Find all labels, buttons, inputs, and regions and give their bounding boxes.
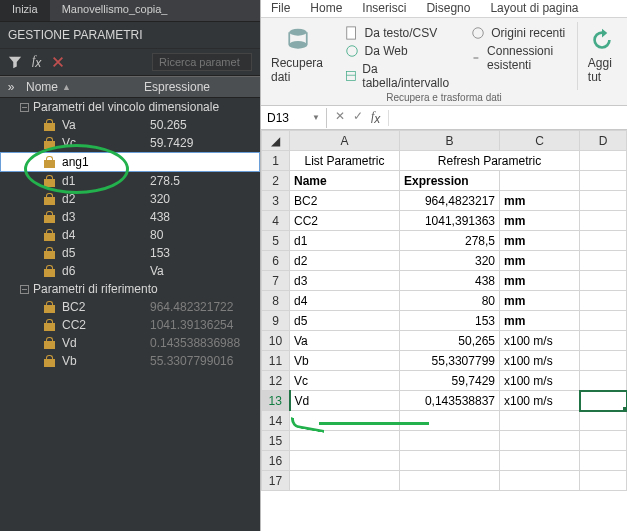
select-all[interactable]: ◢ [262,131,290,151]
col-header[interactable]: D [580,131,627,151]
cell[interactable]: mm [500,251,580,271]
param-row[interactable]: Vc59.7429 [0,134,260,152]
cancel-icon[interactable]: ✕ [335,109,345,126]
cell[interactable]: d1 [290,231,400,251]
cell[interactable]: x100 m/s [500,371,580,391]
enter-icon[interactable]: ✓ [353,109,363,126]
cell[interactable]: Expression [400,171,500,191]
header-expression[interactable]: Espressione [140,80,260,94]
cell[interactable]: x100 m/s [500,391,580,411]
tab-start[interactable]: Inizia [0,0,50,21]
header-name[interactable]: Nome▲ [22,80,140,94]
cell[interactable]: 50,265 [400,331,500,351]
cell[interactable]: Name [290,171,400,191]
param-row[interactable]: d3438 [0,208,260,226]
file-icon [345,26,359,40]
annotation-underline [319,422,429,425]
cell[interactable]: mm [500,231,580,251]
param-row[interactable]: d1278.5 [0,172,260,190]
lock-icon [44,175,56,187]
connections[interactable]: Connessioni esistenti [471,44,567,72]
cell[interactable]: x100 m/s [500,331,580,351]
param-row[interactable]: Va50.265 [0,116,260,134]
param-row[interactable]: d5153 [0,244,260,262]
row-header[interactable]: 2 [262,171,290,191]
from-web[interactable]: Da Web [345,44,452,58]
tab-document[interactable]: Manovellismo_copia_ [50,0,180,21]
param-row[interactable]: Vb55.3307799016 [0,352,260,370]
cell[interactable]: 1041,391363 [400,211,500,231]
cell[interactable]: d2 [290,251,400,271]
cell[interactable]: 438 [400,271,500,291]
cell[interactable] [580,171,627,191]
cell[interactable]: 59,7429 [400,371,500,391]
expand-toggle-icon[interactable]: » [0,80,22,94]
param-row[interactable]: d2320 [0,190,260,208]
param-row-editing[interactable] [0,152,260,172]
col-header[interactable]: C [500,131,580,151]
ribbon-tab-home[interactable]: Home [300,0,352,17]
param-name-input[interactable] [62,155,142,169]
row-header[interactable]: 1 [262,151,290,171]
group-reference[interactable]: Parametri di riferimento [0,280,260,298]
group-dimensional[interactable]: Parametri del vincolo dimensionale [0,98,260,116]
cell[interactable]: 0,143538837 [400,391,500,411]
param-row[interactable]: d6Va [0,262,260,280]
name-box[interactable]: D13▼ [261,108,327,128]
cell[interactable]: Vc [290,371,400,391]
cell[interactable]: 153 [400,311,500,331]
cell[interactable]: mm [500,191,580,211]
worksheet[interactable]: ◢ A B C D 1 List Parametric Refresh Para… [261,130,627,531]
get-data-button[interactable]: Recupera dati [271,22,325,84]
ribbon: Recupera dati Da testo/CSV Da Web Da tab… [261,18,627,106]
collapse-icon[interactable] [20,103,29,112]
ribbon-tab-file[interactable]: File [261,0,300,17]
cell[interactable] [500,171,580,191]
refresh-all-button[interactable]: Aggi tut [588,22,617,84]
delete-icon[interactable] [51,55,65,69]
cell[interactable]: Vb [290,351,400,371]
cell[interactable]: Vd [290,391,400,411]
search-input[interactable] [152,53,252,71]
ribbon-tab-draw[interactable]: Disegno [416,0,480,17]
col-header[interactable]: B [400,131,500,151]
cell[interactable] [400,411,500,431]
from-table[interactable]: Da tabella/intervallo [345,62,452,90]
refresh-parametric-button[interactable]: Refresh Parametric [400,151,580,171]
cell[interactable]: d5 [290,311,400,331]
list-parametric-button[interactable]: List Parametric [290,151,400,171]
col-header[interactable]: A [290,131,400,151]
cell[interactable] [580,151,627,171]
cell[interactable]: d4 [290,291,400,311]
active-cell[interactable] [580,391,627,411]
lock-icon [44,211,56,223]
cell[interactable]: mm [500,211,580,231]
ribbon-tab-layout[interactable]: Layout di pagina [480,0,588,17]
filter-icon[interactable] [8,55,22,69]
lock-icon [44,229,56,241]
param-row[interactable]: Vd0.143538836988 [0,334,260,352]
cell[interactable]: 80 [400,291,500,311]
cell[interactable]: CC2 [290,211,400,231]
fx-icon[interactable]: fx [371,109,380,126]
cell[interactable]: 55,3307799 [400,351,500,371]
collapse-icon[interactable] [20,285,29,294]
param-row[interactable]: d480 [0,226,260,244]
cell[interactable]: 278,5 [400,231,500,251]
ribbon-tab-insert[interactable]: Inserisci [352,0,416,17]
cell[interactable]: mm [500,311,580,331]
param-row[interactable]: BC2964.482321722 [0,298,260,316]
recent-sources[interactable]: Origini recenti [471,26,567,40]
param-row[interactable]: CC21041.39136254 [0,316,260,334]
cell[interactable] [500,411,580,431]
cell[interactable]: BC2 [290,191,400,211]
fx-icon[interactable]: fx [32,53,41,70]
from-text-csv[interactable]: Da testo/CSV [345,26,452,40]
cell[interactable]: mm [500,271,580,291]
cell[interactable]: d3 [290,271,400,291]
cell[interactable]: mm [500,291,580,311]
cell[interactable]: 964,4823217 [400,191,500,211]
cell[interactable]: Va [290,331,400,351]
cell[interactable]: 320 [400,251,500,271]
cell[interactable]: x100 m/s [500,351,580,371]
